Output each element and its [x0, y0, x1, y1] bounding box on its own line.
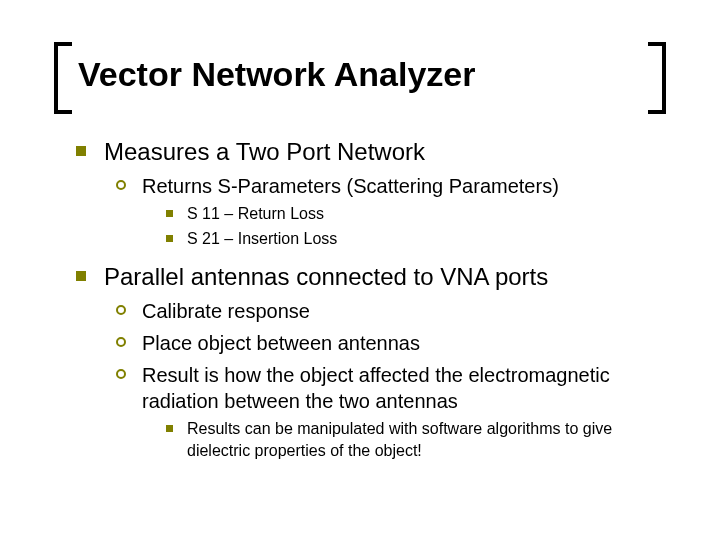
title-wrap: Vector Network Analyzer [60, 48, 660, 109]
square-bullet-icon [76, 146, 86, 156]
square-bullet-icon [166, 235, 173, 242]
l2-text: Calibrate response [142, 298, 310, 324]
square-bullet-icon [166, 425, 173, 432]
l2-text: Returns S-Parameters (Scattering Paramet… [142, 173, 559, 199]
circle-bullet-icon [116, 369, 126, 379]
slide: Vector Network Analyzer Measures a Two P… [0, 0, 720, 501]
list-item: Result is how the object affected the el… [116, 362, 660, 414]
list-item: S 11 – Return Loss [166, 203, 660, 225]
l3-text: S 11 – Return Loss [187, 203, 324, 225]
l2-text: Place object between antennas [142, 330, 420, 356]
bracket-right-icon [648, 42, 666, 114]
l3-text: S 21 – Insertion Loss [187, 228, 337, 250]
slide-title: Vector Network Analyzer [78, 48, 642, 109]
list-item: Measures a Two Port Network [76, 137, 660, 167]
list-item: Results can be manipulated with software… [166, 418, 660, 461]
l2-text: Result is how the object affected the el… [142, 362, 660, 414]
content: Measures a Two Port Network Returns S-Pa… [60, 137, 660, 461]
list-item: Returns S-Parameters (Scattering Paramet… [116, 173, 660, 199]
circle-bullet-icon [116, 305, 126, 315]
list-item: Parallel antennas connected to VNA ports [76, 262, 660, 292]
l1-text: Parallel antennas connected to VNA ports [104, 262, 548, 292]
bracket-left-icon [54, 42, 72, 114]
circle-bullet-icon [116, 337, 126, 347]
list-item: Calibrate response [116, 298, 660, 324]
circle-bullet-icon [116, 180, 126, 190]
list-item: Place object between antennas [116, 330, 660, 356]
square-bullet-icon [166, 210, 173, 217]
l1-text: Measures a Two Port Network [104, 137, 425, 167]
square-bullet-icon [76, 271, 86, 281]
l3-text: Results can be manipulated with software… [187, 418, 660, 461]
list-item: S 21 – Insertion Loss [166, 228, 660, 250]
